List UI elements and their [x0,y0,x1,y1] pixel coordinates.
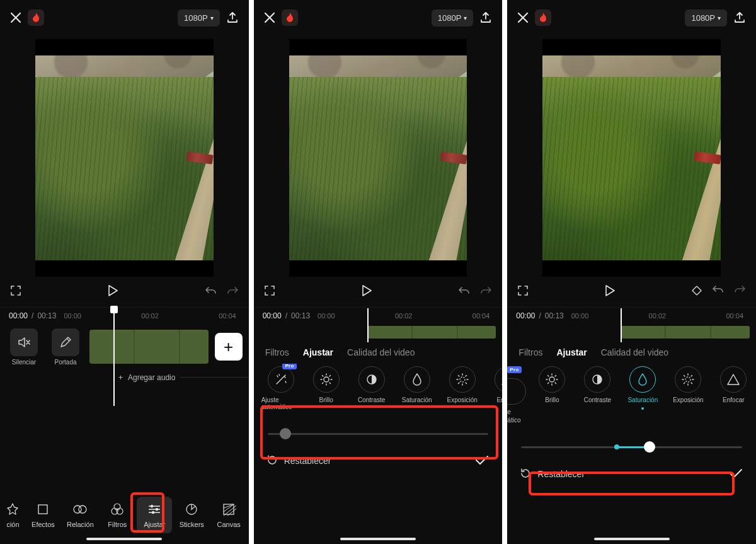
fullscreen-button[interactable] [10,285,21,299]
tab-calidad[interactable]: Calidad del video [347,347,415,357]
compare-button[interactable] [690,285,703,299]
svg-point-13 [460,377,465,382]
svg-point-16 [685,377,690,382]
cover-button[interactable]: Portada [48,328,83,366]
value-slider[interactable] [268,428,489,439]
promo-flame-icon[interactable] [535,9,551,26]
export-button[interactable] [226,11,239,24]
adjust-drop[interactable]: Saturación [398,366,437,410]
playhead[interactable] [367,308,369,342]
promo-flame-icon[interactable] [282,9,298,26]
close-button[interactable] [517,12,529,23]
screen-3: 1080P▾ 00:00 / 00:13 00:00 00:02 00:04 F… [507,0,756,544]
playhead[interactable] [113,307,115,406]
pie-icon [185,502,198,517]
exposure-icon [675,366,701,393]
redo-button[interactable] [479,286,492,298]
nav-ajustar[interactable]: Ajustar [137,497,172,533]
adjust-sun[interactable]: Brillo [307,366,346,410]
play-button[interactable] [362,287,372,298]
redo-button[interactable] [733,285,746,299]
fullscreen-button[interactable] [264,285,275,299]
close-button[interactable] [10,12,21,23]
confirm-button[interactable] [728,468,743,481]
video-preview [0,35,249,277]
add-audio-row[interactable]: + Agregar audio [0,368,249,382]
play-button[interactable] [108,285,118,299]
nav-canvas[interactable]: Canvas [211,502,246,528]
video-clip[interactable] [89,330,209,364]
confirm-button[interactable] [474,454,490,468]
resolution-dropdown[interactable]: 1080P▾ [432,9,474,26]
export-button[interactable] [733,11,746,24]
mini-clip-strip[interactable] [621,326,750,339]
pro-badge: Pro [282,364,296,369]
undo-button[interactable] [205,286,217,298]
adjust-exposure[interactable]: Exposición [668,366,707,424]
tab-ajustar[interactable]: Ajustar [303,347,333,357]
top-bar: 1080P▾ [254,0,503,35]
adjust-contrast[interactable]: Contraste [578,366,617,424]
svg-point-8 [152,511,154,514]
drop-icon [404,366,430,393]
preview-frame[interactable] [542,39,721,277]
player-controls [0,277,249,307]
tab-filtros[interactable]: Filtros [265,347,289,357]
adjust-drop[interactable]: Saturación [623,366,662,424]
sun-icon [539,366,565,393]
nav-relacion[interactable]: Relación [62,502,98,528]
triangle-icon [495,366,503,393]
top-bar: 1080P ▾ [0,0,249,35]
undo-button[interactable] [458,286,471,298]
preview-frame[interactable] [289,39,467,277]
undo-button[interactable] [712,285,724,299]
playhead[interactable] [621,308,622,342]
pencil-icon [52,328,79,356]
time-total: 00:13 [37,311,56,320]
adjust-contrast[interactable]: Contraste [352,366,391,410]
play-button[interactable] [605,287,615,298]
mini-clip-strip[interactable] [367,326,496,339]
preview-frame[interactable] [35,39,214,277]
redo-button[interactable] [226,286,239,298]
close-button[interactable] [264,12,275,23]
reset-label[interactable]: Restablecer [284,456,331,466]
nav-animacion[interactable]: ción [2,502,23,528]
svg-point-7 [156,508,158,511]
add-clip-button[interactable]: + [215,333,243,361]
nav-stickers[interactable]: Stickers [174,502,209,528]
slider-area [507,429,756,458]
tab-filtros[interactable]: Filtros [518,347,542,357]
resolution-dropdown[interactable]: 1080P ▾ [178,9,220,26]
adjust-auto-partial[interactable]: Pro e ático [507,366,526,424]
value-slider[interactable] [521,441,742,453]
video-preview [507,35,756,277]
nav-filtros[interactable]: Filtros [100,502,135,528]
tick: 00:00 [64,312,81,320]
home-indicator [86,538,162,540]
adjust-wand[interactable]: ProAjuste automático [261,366,301,410]
promo-flame-icon[interactable] [28,9,44,26]
reset-label[interactable]: Restablecer [537,469,585,479]
screen-1: 1080P ▾ 00:00 / 00:13 [0,0,249,544]
tab-calidad[interactable]: Calidad del video [601,347,668,357]
resolution-dropdown[interactable]: 1080P▾ [685,9,727,26]
speaker-mute-icon [10,328,38,356]
exposure-icon [449,366,476,393]
pro-badge: Pro [507,366,521,373]
home-indicator [594,538,670,540]
triangle-icon [720,366,747,393]
fullscreen-button[interactable] [517,285,529,299]
export-button[interactable] [479,11,492,24]
tab-ajustar[interactable]: Ajustar [556,347,587,357]
square-icon [37,502,49,517]
top-bar: 1080P▾ [507,0,756,35]
adjust-sun[interactable]: Brillo [532,366,571,424]
timeline-tracks[interactable]: Silenciar Portada + [0,325,249,368]
adjust-triangle[interactable]: Enfocar [488,366,503,410]
adjust-triangle[interactable]: Enfocar [714,366,753,424]
adjust-exposure[interactable]: Exposición [443,366,482,410]
mute-button[interactable]: Silenciar [6,328,42,366]
nav-efectos[interactable]: Efectos [25,502,60,528]
time-current: 00:00 [9,311,28,320]
